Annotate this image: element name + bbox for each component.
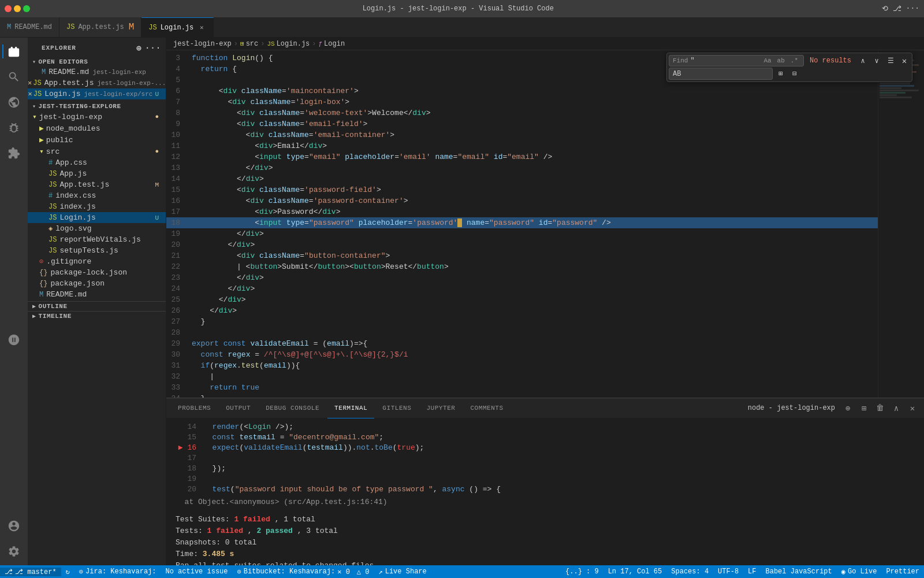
tree-login-js[interactable]: JS Login.js U	[28, 212, 166, 223]
breadcrumb-file[interactable]: JS Login.js	[267, 40, 310, 48]
find-whole-word[interactable]: ab	[776, 57, 787, 65]
tree-readme-md[interactable]: M README.md	[28, 289, 166, 300]
editor-content: 3 function Login() { 4 return { 5 6 <div	[166, 50, 924, 398]
panel-tab-output[interactable]: OUTPUT	[219, 398, 258, 418]
node-modules-chevron: ▶	[39, 124, 44, 133]
open-file-readme[interactable]: M README.md jest-login-exp	[28, 66, 166, 77]
status-prettier[interactable]: Prettier	[881, 568, 924, 576]
find-replace-input[interactable]	[673, 70, 754, 78]
public-name: public	[46, 136, 73, 144]
terminal-content[interactable]: 14 render(<Login />); 15 const testmail …	[166, 418, 924, 565]
branch-icon[interactable]: ⎇	[893, 4, 901, 13]
tree-index-js[interactable]: JS index.js	[28, 201, 166, 212]
close-icon-apptest[interactable]: ✕	[28, 79, 32, 87]
open-editors-header[interactable]: ▾ OPEN EDITORS	[28, 57, 166, 66]
tree-root[interactable]: ▾ jest-login-exp ●	[28, 111, 166, 123]
status-bitbucket[interactable]: ⊙ Bitbucket: Keshavaraj: ✕ 0 △ 0	[233, 568, 374, 576]
tree-public[interactable]: ▶ public	[28, 134, 166, 146]
maximize-panel-button[interactable]: ∧	[889, 401, 903, 415]
find-prev-button[interactable]: ∧	[857, 55, 869, 66]
status-liveshare[interactable]: ↗ Live Share	[374, 568, 431, 576]
minimize-button[interactable]	[14, 5, 21, 12]
code-editor[interactable]: 3 function Login() { 4 return { 5 6 <div	[166, 50, 878, 398]
more-actions-button[interactable]: ···	[147, 42, 159, 54]
close-icon-loginjs[interactable]: ✕	[28, 90, 32, 98]
code-line-25: 25 </div>	[166, 294, 878, 305]
status-branch[interactable]: ⎇ ⎇ master*	[0, 568, 61, 576]
tree-package-json[interactable]: {} package.json	[28, 278, 166, 289]
tree-gitignore[interactable]: ⊙ .gitignore	[28, 256, 166, 267]
activity-remote[interactable]	[2, 328, 25, 351]
status-language[interactable]: Babel JavaScript	[761, 568, 837, 576]
tab-close-loginjs[interactable]: ✕	[197, 23, 206, 32]
main-layout: EXPLORER ⊕ ··· ▾ OPEN EDITORS M README.m…	[0, 38, 924, 565]
tab-apptest[interactable]: JS App.test.js M	[59, 17, 141, 37]
status-encoding[interactable]: UTF-8	[713, 568, 743, 576]
project-header[interactable]: ▾ JEST-TESTING-EXPLORE	[28, 102, 166, 111]
status-golive[interactable]: ◉ Go Live	[837, 568, 882, 576]
kill-terminal-button[interactable]: 🗑	[873, 401, 887, 415]
tree-logo-svg[interactable]: ◈ logo.svg	[28, 223, 166, 234]
find-list-button[interactable]: ☰	[885, 55, 896, 66]
find-replace-input-wrap	[669, 68, 773, 80]
status-no-active-issue[interactable]: No active issue	[161, 568, 233, 576]
activity-explorer[interactable]	[2, 40, 25, 63]
tree-report-web[interactable]: JS reportWebVitals.js	[28, 234, 166, 245]
status-lineending[interactable]: LF	[743, 568, 761, 576]
status-cursor[interactable]: Ln 17, Col 65	[603, 568, 667, 576]
replace-icon-1[interactable]: ⊞	[775, 68, 787, 80]
panel-tab-comments[interactable]: COMMENTS	[463, 398, 510, 418]
open-file-loginjs[interactable]: ✕ JS Login.js jest-login-exp/src U	[28, 88, 166, 99]
tab-loginjs[interactable]: JS Login.js ✕	[141, 17, 214, 37]
sidebar-header: EXPLORER ⊕ ···	[28, 38, 166, 56]
panel-tab-terminal[interactable]: TERMINAL	[327, 398, 374, 418]
new-terminal-button[interactable]: ⊕	[841, 401, 855, 415]
find-input[interactable]	[690, 57, 759, 65]
tree-index-css[interactable]: # index.css	[28, 190, 166, 201]
activity-extensions[interactable]	[2, 142, 25, 165]
tab-readme[interactable]: M README.md	[0, 17, 59, 37]
app-test-badge: M	[152, 181, 161, 188]
close-button[interactable]	[5, 5, 12, 12]
panel-tab-problems[interactable]: PROBLEMS	[171, 398, 218, 418]
status-warnings: △ 0	[357, 568, 370, 576]
panel-tab-gitlens[interactable]: GITLENS	[375, 398, 418, 418]
code-line-26: 26 </div>	[166, 305, 878, 316]
tree-node-modules[interactable]: ▶ node_modules	[28, 123, 166, 134]
status-sync[interactable]: ↻	[61, 568, 74, 576]
close-panel-button[interactable]: ✕	[906, 401, 919, 415]
timeline-header[interactable]: ▶ TIMELINE	[28, 312, 166, 321]
activity-search[interactable]	[2, 65, 25, 88]
new-file-button[interactable]: ⊕	[133, 42, 145, 54]
activity-git[interactable]	[2, 91, 25, 114]
more-icon[interactable]: ···	[906, 4, 919, 13]
find-regex[interactable]: .*	[789, 57, 800, 65]
find-case-sensitive[interactable]: Aa	[762, 57, 773, 65]
status-position[interactable]: {..} : 9	[561, 568, 603, 576]
activity-account[interactable]	[2, 514, 25, 538]
tree-package-lock[interactable]: {} package-lock.json	[28, 267, 166, 278]
activity-settings[interactable]	[2, 540, 25, 563]
panel-tab-jupyter[interactable]: JUPYTER	[419, 398, 462, 418]
split-terminal-button[interactable]: ⊞	[857, 401, 871, 415]
login-js-badge: U	[152, 214, 161, 221]
find-close-button[interactable]: ✕	[899, 55, 910, 66]
breadcrumb-src[interactable]: ⊞ src	[240, 40, 258, 48]
find-next-button[interactable]: ∨	[871, 55, 882, 66]
panel-tab-debug[interactable]: DEBUG CONSOLE	[259, 398, 326, 418]
activity-debug[interactable]	[2, 116, 25, 139]
status-spaces[interactable]: Spaces: 4	[666, 568, 713, 576]
tree-app-css[interactable]: # App.css	[28, 157, 166, 168]
history-icon[interactable]: ⟲	[882, 4, 888, 13]
tree-src[interactable]: ▾ src ●	[28, 146, 166, 157]
outline-header[interactable]: ▶ OUTLINE	[28, 302, 166, 311]
replace-icon-2[interactable]: ⊟	[789, 68, 800, 80]
tree-app-js[interactable]: JS App.js	[28, 168, 166, 179]
maximize-button[interactable]	[23, 5, 30, 12]
status-jira[interactable]: ⊙ Jira: Keshavaraj:	[74, 568, 161, 576]
open-file-apptest[interactable]: ✕ JS App.test.js jest-login-exp-... M	[28, 77, 166, 88]
breadcrumb-project[interactable]: jest-login-exp	[173, 40, 232, 48]
tree-setup-tests[interactable]: JS setupTests.js	[28, 245, 166, 256]
breadcrumb-symbol[interactable]: ƒ Login	[318, 40, 345, 48]
tree-app-test[interactable]: JS App.test.js M	[28, 179, 166, 190]
